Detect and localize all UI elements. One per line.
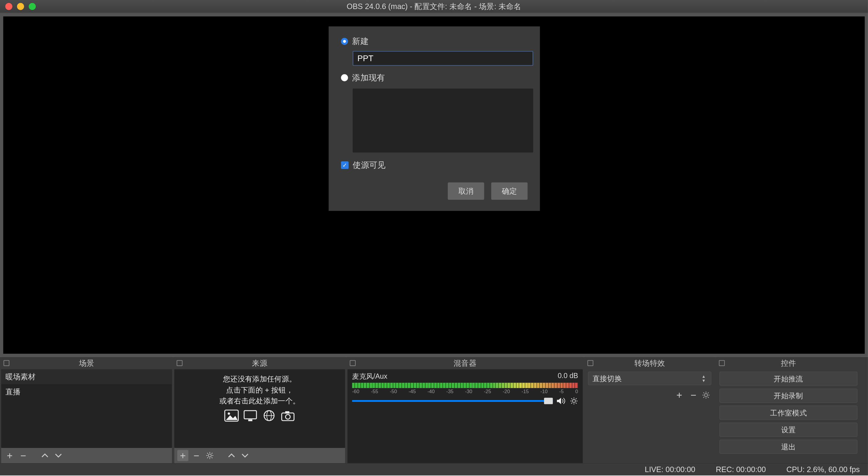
- studio-mode-button[interactable]: 工作室模式: [719, 406, 858, 420]
- move-source-down-button[interactable]: [239, 450, 250, 461]
- chevron-up-down-icon: ▲▼: [701, 373, 707, 383]
- sources-empty-text: 您还没有添加任何源。: [180, 373, 339, 384]
- display-source-icon: [243, 409, 258, 422]
- window-title: OBS 24.0.6 (mac) - 配置文件: 未命名 - 场景: 未命名: [0, 1, 868, 11]
- mixer-channel-name: 麦克风/Aux: [352, 372, 387, 381]
- status-rec: REC: 00:00:00: [716, 465, 766, 474]
- create-source-dialog: 新建 添加现有 ✓ 使源可见 取消 确定: [329, 27, 540, 211]
- gear-icon[interactable]: [702, 391, 710, 399]
- svg-rect-3: [248, 419, 253, 421]
- checkbox-make-visible[interactable]: ✓: [341, 161, 348, 169]
- mixer-dock: 混音器 麦克风/Aux 0.0 dB -60-55-50-45-40-35-30…: [347, 357, 583, 463]
- radio-add-existing[interactable]: [341, 74, 348, 81]
- gear-icon[interactable]: [570, 397, 578, 405]
- remove-source-button[interactable]: −: [191, 450, 202, 461]
- remove-transition-button[interactable]: −: [688, 389, 699, 401]
- status-live: LIVE: 00:00:00: [645, 465, 695, 474]
- svg-line-17: [207, 457, 208, 458]
- add-transition-button[interactable]: +: [674, 389, 685, 401]
- transitions-title: 转场特效: [585, 358, 714, 368]
- source-name-input[interactable]: [352, 51, 533, 66]
- sources-empty-text: 点击下面的 + 按钮，: [180, 384, 339, 395]
- start-streaming-button[interactable]: 开始推流: [719, 372, 858, 386]
- svg-line-25: [576, 403, 577, 404]
- existing-sources-list[interactable]: [352, 89, 533, 153]
- speaker-icon[interactable]: [556, 397, 566, 405]
- sources-title: 来源: [174, 358, 345, 368]
- transitions-dock: 转场特效 直接切换 ▲▼ + −: [585, 357, 714, 463]
- image-source-icon: [224, 409, 239, 422]
- radio-create-new-label: 新建: [352, 36, 369, 47]
- scenes-list[interactable]: 暖场素材 直播: [1, 369, 172, 448]
- titlebar: OBS 24.0.6 (mac) - 配置文件: 未命名 - 场景: 未命名: [0, 0, 868, 13]
- svg-point-10: [208, 454, 211, 457]
- scenes-title: 场景: [1, 358, 172, 368]
- svg-line-16: [212, 457, 213, 458]
- svg-point-1: [228, 412, 230, 415]
- preview-area: 新建 添加现有 ✓ 使源可见 取消 确定: [0, 13, 868, 357]
- audio-meter: [352, 383, 578, 388]
- move-scene-down-button[interactable]: [53, 450, 64, 461]
- mixer-channel-level: 0.0 dB: [558, 372, 578, 381]
- volume-slider[interactable]: [352, 400, 553, 402]
- sources-list[interactable]: 您还没有添加任何源。 点击下面的 + 按钮， 或者右击此处添加一个。: [174, 369, 345, 448]
- sources-dock: 来源 您还没有添加任何源。 点击下面的 + 按钮， 或者右击此处添加一个。 +: [174, 357, 345, 463]
- svg-line-18: [212, 453, 213, 454]
- svg-line-24: [571, 398, 572, 399]
- meter-ticks: -60-55-50-45-40-35-30-25-20-15-10-50: [352, 389, 578, 394]
- svg-rect-8: [285, 411, 289, 414]
- settings-button[interactable]: 设置: [719, 423, 858, 437]
- svg-line-26: [571, 403, 572, 404]
- globe-source-icon: [261, 409, 276, 422]
- controls-title: 控件: [717, 358, 861, 368]
- scenes-dock: 场景 暖场素材 直播 + −: [1, 357, 172, 463]
- camera-source-icon: [281, 409, 296, 422]
- svg-line-15: [207, 453, 208, 454]
- svg-point-28: [705, 394, 708, 397]
- exit-button[interactable]: 退出: [719, 440, 858, 454]
- svg-line-35: [704, 397, 704, 398]
- mixer-title: 混音器: [347, 358, 583, 368]
- source-properties-button[interactable]: [204, 450, 216, 461]
- svg-line-34: [708, 397, 709, 398]
- add-source-button[interactable]: +: [177, 450, 188, 461]
- radio-add-existing-label: 添加现有: [352, 72, 385, 84]
- svg-line-33: [704, 392, 704, 393]
- controls-dock: 控件 开始推流 开始录制 工作室模式 设置 退出: [717, 357, 861, 463]
- svg-point-9: [285, 414, 290, 419]
- add-scene-button[interactable]: +: [4, 450, 16, 461]
- transition-select[interactable]: 直接切换 ▲▼: [588, 372, 711, 385]
- scene-item[interactable]: 暖场素材: [1, 369, 172, 384]
- ok-button[interactable]: 确定: [491, 183, 528, 200]
- checkbox-make-visible-label: 使源可见: [352, 160, 385, 171]
- start-recording-button[interactable]: 开始录制: [719, 389, 858, 403]
- scene-item[interactable]: 直播: [1, 384, 172, 399]
- mixer-channel: 麦克风/Aux 0.0 dB -60-55-50-45-40-35-30-25-…: [347, 369, 583, 408]
- move-scene-up-button[interactable]: [39, 450, 50, 461]
- svg-line-27: [576, 398, 577, 399]
- svg-point-19: [572, 400, 575, 403]
- cancel-button[interactable]: 取消: [448, 183, 484, 200]
- radio-create-new[interactable]: [341, 38, 348, 45]
- status-cpu: CPU: 2.6%, 60.00 fps: [786, 465, 860, 474]
- move-source-up-button[interactable]: [226, 450, 237, 461]
- status-bar: LIVE: 00:00:00 REC: 00:00:00 CPU: 2.6%, …: [0, 463, 868, 475]
- sources-empty-text: 或者右击此处添加一个。: [180, 395, 339, 406]
- remove-scene-button[interactable]: −: [18, 450, 29, 461]
- svg-line-36: [708, 392, 709, 393]
- svg-rect-2: [244, 411, 256, 419]
